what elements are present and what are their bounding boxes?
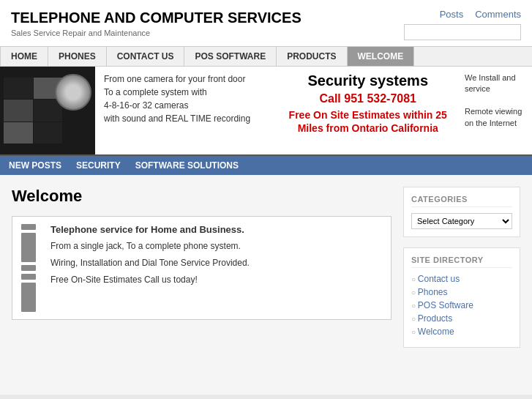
dir-link-phones[interactable]: Phones [411,287,512,297]
content-box-inner: Telephone service for Home and Business.… [21,224,382,312]
header-right: Posts Comments [404,9,521,40]
blue-nav-software[interactable]: SOFTWARE SOLUTIONS [135,160,239,171]
category-select[interactable]: Select Category [411,213,512,229]
blue-nav-new-posts[interactable]: NEW POSTS [9,160,61,171]
nav-products[interactable]: PRODUCTS [277,47,347,66]
sidebar: CATEGORIES Select Category SITE DIRECTOR… [403,187,520,383]
nav-pos[interactable]: POS SOFTWARE [184,47,277,66]
blue-nav: NEW POSTS SECURITY SOFTWARE SOLUTIONS [0,156,532,175]
banner-right: We Install and service Remote viewing on… [459,67,532,154]
banner-free-estimate: Free On Site Estimates within 25 Miles f… [286,108,451,135]
phone-bar [21,224,36,230]
main-column: Welcome Telephone service for Home and B… [12,187,391,383]
posts-link[interactable]: Posts [440,9,464,20]
banner-image [0,67,95,154]
content-para-2: Wiring, Installation and Dial Tone Servi… [50,256,382,269]
dir-link-welcome[interactable]: Welcome [411,327,512,337]
dir-link-products[interactable]: Products [411,313,512,324]
dir-link-contact[interactable]: Contact us [411,274,512,284]
dir-link-pos[interactable]: POS Software [411,300,512,310]
phone-bar [21,265,36,271]
site-title-area: TELEPHONE AND COMPUTER SERVICES Sales Se… [11,9,301,37]
cam-cell [4,100,33,121]
sidebar-categories: CATEGORIES Select Category [403,187,520,237]
nav-contact[interactable]: CONTACT US [107,47,185,66]
content-para-3: Free On-Site Estimates Call us today! [50,273,382,286]
content-box: Telephone service for Home and Business.… [12,216,391,320]
banner-right-text2: Remote viewing on the Internet [465,106,526,129]
comments-link[interactable]: Comments [475,9,521,20]
phone-image [21,224,43,312]
content-area: Welcome Telephone service for Home and B… [0,175,532,395]
phone-bar [21,233,36,262]
camera-lens [55,74,91,111]
banner: From one camera for your front door To a… [0,67,532,156]
site-title: TELEPHONE AND COMPUTER SERVICES [11,9,301,26]
cam-cell [34,122,63,143]
banner-text-line: with sound and REAL TIME recording [104,112,269,125]
page-title: Welcome [12,187,391,206]
site-header: TELEPHONE AND COMPUTER SERVICES Sales Se… [0,0,532,46]
banner-camera-text: From one camera for your front door To a… [95,67,277,154]
directory-title: SITE DIRECTORY [411,256,512,268]
banner-text-line: From one camera for your front door [104,72,269,86]
nav-phones[interactable]: PHONES [48,47,107,66]
nav-home[interactable]: HOME [0,47,48,66]
phone-bar [21,283,36,312]
sidebar-directory: SITE DIRECTORY Contact us Phones POS Sof… [403,247,520,348]
header-links: Posts Comments [440,9,521,20]
banner-phone: Call 951 532-7081 [286,92,451,105]
search-input[interactable] [404,24,521,40]
banner-text-line: To a complete system with [104,86,269,99]
content-heading: Telephone service for Home and Business. [50,224,382,235]
phone-bar [21,274,36,280]
banner-center: Security systems Call 951 532-7081 Free … [277,67,460,154]
main-nav: HOME PHONES CONTACT US POS SOFTWARE PROD… [0,46,532,67]
nav-welcome[interactable]: WELCOME [348,47,415,66]
banner-right-text1: We Install and service [465,72,526,95]
categories-title: CATEGORIES [411,195,512,207]
banner-text-line: 4-8-16-or 32 cameras [104,99,269,112]
cam-cell [4,122,33,143]
site-tagline: Sales Service Repair and Maintenance [11,29,301,37]
banner-title: Security systems [286,72,451,89]
content-text: Telephone service for Home and Business.… [50,224,382,312]
content-para-1: From a single jack, To a complete phone … [50,239,382,253]
blue-nav-security[interactable]: SECURITY [76,160,121,171]
cam-cell [4,78,33,99]
